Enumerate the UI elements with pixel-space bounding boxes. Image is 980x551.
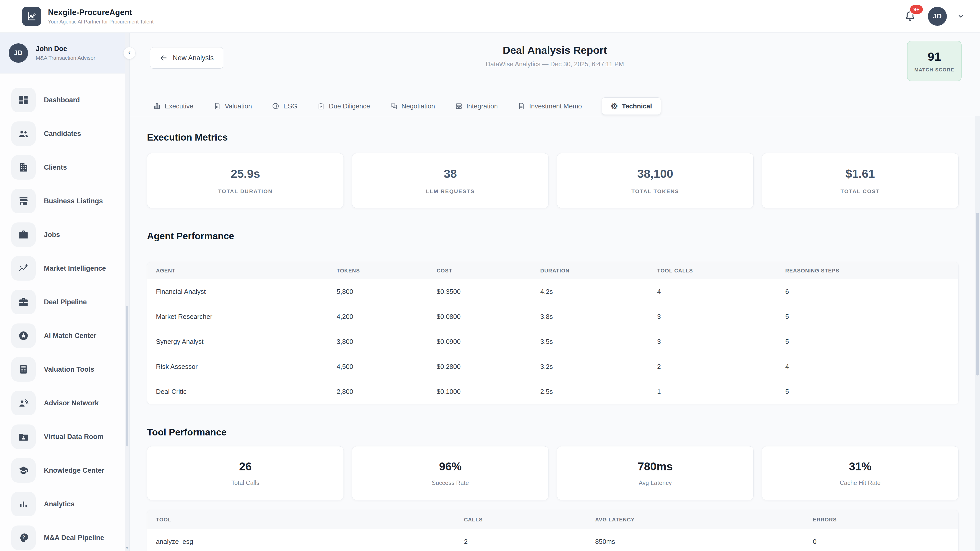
metric-label: TOTAL DURATION [218,188,273,194]
cell-tool: analyze_esg [147,538,464,546]
tab-label: Technical [622,102,652,110]
bar-chart-icon [153,102,161,110]
cell-agent: Risk Assessor [147,363,337,371]
brand: Nexgile-ProcureAgent Your Agentic AI Par… [22,6,154,26]
match-score-label: MATCH SCORE [915,67,955,73]
deal-briefcase-icon [11,290,36,314]
sidebar-item-deal-pipeline[interactable]: Deal Pipeline [11,290,129,314]
report-header: New Analysis Deal Analysis Report DataWi… [130,33,980,97]
user-avatar[interactable]: JD [928,7,947,26]
sidebar-item-analytics[interactable]: Analytics [11,492,129,516]
cell-agent: Financial Analyst [147,288,337,295]
sidebar-item-virtual-data-room[interactable]: Virtual Data Room [11,424,129,449]
main-scrollbar-thumb[interactable] [976,213,979,375]
shell: JD John Doe M&A Transaction Advisor ‹ Da… [0,33,980,551]
column-header: TOOL CALLS [657,268,785,274]
cell-tokens: 3,800 [337,338,437,346]
sidebar-nav: Dashboard Candidates Clients [0,73,129,550]
building-icon [11,155,36,179]
tab-label: Integration [466,102,498,110]
cell-tokens: 4,500 [337,363,437,371]
sidebar-item-dashboard[interactable]: Dashboard [11,88,129,112]
sidebar-item-valuation-tools[interactable]: Valuation Tools [11,357,129,382]
cell-tool-calls: 3 [657,313,785,321]
tab-negotiation[interactable]: Negotiation [390,102,435,110]
sidebar-item-clients[interactable]: Clients [11,155,129,179]
chevron-down-icon[interactable] [957,13,965,20]
svg-text:?: ? [22,534,25,540]
technical-content: Execution Metrics 25.9s TOTAL DURATION 3… [130,116,980,551]
globe-icon [272,102,280,110]
agent-performance-table: AGENT TOKENS COST DURATION TOOL CALLS RE… [147,262,959,404]
column-header: REASONING STEPS [785,268,958,274]
notifications-button[interactable]: 9+ [902,8,918,24]
cell-reasoning-steps: 6 [785,288,958,295]
folder-user-icon [11,424,36,449]
metric-label: TOTAL COST [841,188,880,194]
app-root: Nexgile-ProcureAgent Your Agentic AI Par… [0,0,980,551]
metric-label: Total Calls [231,480,259,486]
sidebar-item-label: Advisor Network [44,399,99,407]
sidebar-item-advisor-network[interactable]: Advisor Network [11,391,129,415]
app-title: Nexgile-ProcureAgent [48,8,154,17]
metric-value: 31% [849,460,871,473]
tool-performance-table: TOOL CALLS AVG LATENCY ERRORS analyze_es… [147,510,959,551]
tab-investment-memo[interactable]: Investment Memo [517,102,582,110]
tab-due-diligence[interactable]: Due Diligence [317,102,370,110]
sidebar-item-label: Deal Pipeline [44,298,87,306]
cell-duration: 3.5s [540,338,657,346]
sidebar-scrollbar-track[interactable]: ▼ [125,33,129,551]
tab-valuation[interactable]: Valuation [213,102,252,110]
tab-integration[interactable]: Integration [455,102,498,110]
tab-label: ESG [283,102,298,110]
sidebar-item-market-intelligence[interactable]: Market Intelligence [11,256,129,281]
sidebar-item-knowledge-center[interactable]: Knowledge Center [11,458,129,483]
sidebar: JD John Doe M&A Transaction Advisor ‹ Da… [0,33,130,551]
cell-reasoning-steps: 5 [785,313,958,321]
main-scrollbar-track[interactable] [975,116,980,551]
cell-tool-calls: 2 [657,363,785,371]
metric-card-total-duration: 25.9s TOTAL DURATION [147,153,344,208]
sidebar-item-label: Market Intelligence [44,265,106,272]
sidebar-item-label: Analytics [44,500,75,508]
metric-card-avg-latency: 780ms Avg Latency [557,446,754,500]
execution-metric-cards: 25.9s TOTAL DURATION 38 LLM REQUESTS 38,… [147,153,959,208]
tab-label: Due Diligence [329,102,370,110]
cell-agent: Market Researcher [147,313,337,321]
cell-duration: 4.2s [540,288,657,295]
table-row: Risk Assessor 4,500 $0.2800 3.2s 2 4 [147,354,958,379]
scroll-down-arrow-icon[interactable]: ▼ [125,546,129,550]
tab-esg[interactable]: ESG [272,102,298,110]
tab-executive[interactable]: Executive [153,102,193,110]
cell-cost: $0.0800 [437,313,540,321]
tool-metric-cards: 26 Total Calls 96% Success Rate 780ms Av… [147,446,959,500]
table-header-row: TOOL CALLS AVG LATENCY ERRORS [147,510,958,529]
advisor-icon [11,391,36,415]
cell-tokens: 2,800 [337,388,437,395]
cell-tool-calls: 3 [657,338,785,346]
tab-technical[interactable]: ⚙ Technical [602,97,661,115]
people-icon [11,121,36,146]
sidebar-item-business-listings[interactable]: Business Listings [11,189,129,213]
sidebar-item-jobs[interactable]: Jobs [11,222,129,247]
tab-label: Valuation [225,102,252,110]
sidebar-item-candidates[interactable]: Candidates [11,121,129,146]
trending-icon [11,256,36,281]
clipboard-check-icon [317,102,325,110]
metric-card-total-cost: $1.61 TOTAL COST [762,153,959,208]
sidebar-item-ma-deal-pipeline[interactable]: ? M&A Deal Pipeline [11,526,129,550]
sidebar-collapse-button[interactable]: ‹ [123,47,135,59]
tab-label: Negotiation [401,102,435,110]
sidebar-item-label: Dashboard [44,96,80,104]
sidebar-scrollbar-thumb[interactable] [126,306,128,446]
new-analysis-label: New Analysis [173,54,214,62]
bar-chart-icon [11,492,36,516]
new-analysis-button[interactable]: New Analysis [150,47,223,68]
column-header: CALLS [464,516,595,523]
document-chart-icon [213,102,221,110]
tab-label: Executive [165,102,193,110]
sidebar-item-ai-match-center[interactable]: AI Match Center [11,324,129,348]
sidebar-item-label: Candidates [44,130,81,138]
cell-duration: 2.5s [540,388,657,395]
cell-tool-calls: 4 [657,288,785,295]
